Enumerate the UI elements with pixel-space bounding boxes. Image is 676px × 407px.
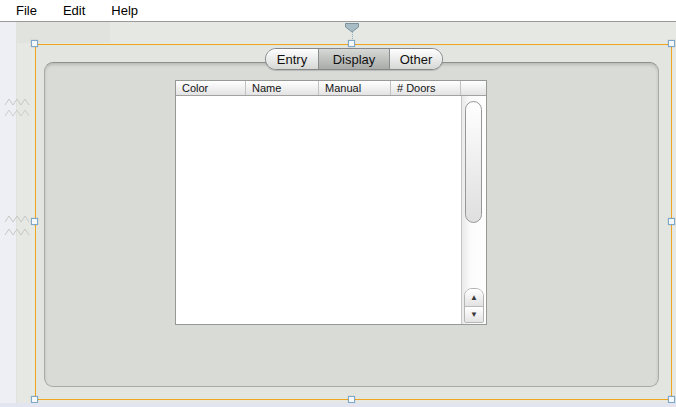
canvas-left-margin [0, 22, 17, 403]
selection-handle-top-left[interactable] [31, 40, 38, 47]
scroll-up-icon: ▲ [470, 294, 478, 302]
scroll-up-button[interactable]: ▲ [465, 289, 483, 306]
scroll-down-icon: ▼ [470, 311, 478, 319]
menu-item-help[interactable]: Help [109, 2, 140, 19]
scrollbar-thumb[interactable] [465, 101, 482, 223]
design-canvas: File Edit Help Entry Display Other Color… [0, 0, 676, 407]
spring-indicator-icon [4, 214, 31, 224]
scrollbar-buttons: ▲ ▼ [464, 288, 484, 323]
table-header-manual[interactable]: Manual [319, 81, 391, 95]
selection-handle-bottom-left[interactable] [31, 396, 38, 403]
table-header-color[interactable]: Color [176, 81, 246, 95]
scroll-down-button[interactable]: ▼ [465, 306, 483, 323]
menu-item-file[interactable]: File [14, 2, 39, 19]
cars-table[interactable]: Color Name Manual # Doors ▲ ▼ [175, 80, 487, 325]
selection-handle-top-right[interactable] [668, 40, 675, 47]
designed-menubar: File Edit Help [0, 0, 676, 22]
selection-handle-middle-left[interactable] [31, 218, 38, 225]
spring-indicator-icon [4, 108, 31, 118]
tab-other[interactable]: Other [389, 49, 442, 69]
selection-handle-middle-right[interactable] [668, 218, 675, 225]
spring-indicator-icon [4, 97, 31, 107]
table-header-row: Color Name Manual # Doors [176, 81, 486, 96]
tab-display[interactable]: Display [318, 49, 389, 69]
spring-indicator-icon [4, 227, 31, 237]
tab-bar: Entry Display Other [265, 48, 443, 70]
canvas-bottom-edge [0, 403, 676, 407]
selection-handle-top-center[interactable] [348, 40, 355, 47]
selection-handle-bottom-right[interactable] [668, 396, 675, 403]
menu-item-edit[interactable]: Edit [61, 2, 87, 19]
selection-handle-bottom-center[interactable] [348, 396, 355, 403]
tab-entry[interactable]: Entry [266, 49, 318, 69]
vertical-scrollbar[interactable]: ▲ ▼ [461, 96, 486, 324]
table-header-doors[interactable]: # Doors [391, 81, 461, 95]
table-header-filler [461, 81, 486, 95]
table-body[interactable] [176, 96, 461, 324]
table-header-name[interactable]: Name [246, 81, 319, 95]
